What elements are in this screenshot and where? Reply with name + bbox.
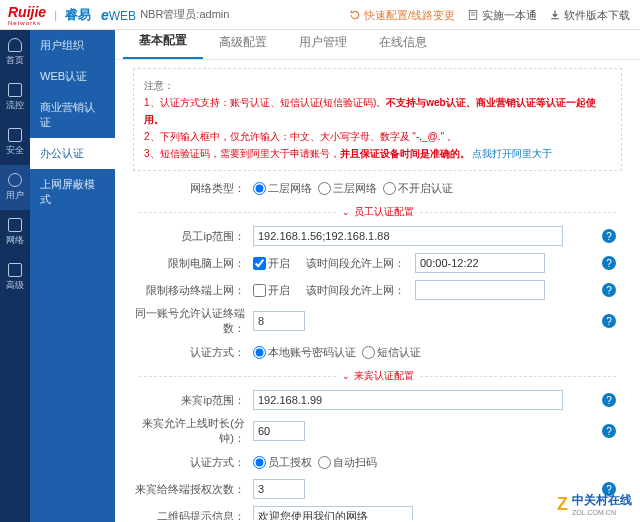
limit-mobile-enable[interactable]: 开启: [253, 283, 290, 298]
rail-advanced[interactable]: 高级: [0, 255, 30, 300]
sidebar-item-marketing-auth[interactable]: 商业营销认证: [30, 92, 115, 138]
row-limit-pc: 限制电脑上网： 开启 该时间段允许上网： ?: [133, 252, 622, 274]
sidebar-item-block-mode[interactable]: 上网屏蔽模式: [30, 169, 115, 215]
help-icon[interactable]: ?: [602, 229, 616, 243]
divider-staff: ⌄员工认证配置: [133, 205, 622, 219]
tab-advanced[interactable]: 高级配置: [203, 30, 283, 59]
net-type-l2[interactable]: 二层网络: [253, 181, 312, 196]
net-type-l3[interactable]: 三层网络: [318, 181, 377, 196]
brand-networks: Networks: [8, 20, 46, 26]
qr-tip-input[interactable]: [253, 506, 413, 520]
guest-ip-input[interactable]: [253, 390, 563, 410]
user-icon: [8, 173, 22, 187]
mobile-time-input[interactable]: [415, 280, 545, 300]
row-guest-times: 来宾给终端授权次数： ?: [133, 478, 622, 500]
row-staff-ip: 员工ip范围： ?: [133, 225, 622, 247]
guest-auth-qr-radio[interactable]: [318, 456, 331, 469]
book-link[interactable]: 实施一本通: [467, 8, 537, 23]
ali-link[interactable]: 点我打开阿里大于: [472, 148, 552, 159]
pc-time-label: 该时间段允许上网：: [306, 256, 405, 271]
pc-time-input[interactable]: [415, 253, 545, 273]
net-type-off-radio[interactable]: [383, 182, 396, 195]
divider-guest: ⌄来宾认证配置: [133, 369, 622, 383]
notice-line2: 2、下列输入框中，仅允许输入：中文、大小写字母、数字及 "-,_@." 。: [144, 128, 611, 145]
limit-mobile-label: 限制移动终端上网：: [133, 283, 253, 298]
limit-pc-label: 限制电脑上网：: [133, 256, 253, 271]
auth-local[interactable]: 本地账号密码认证: [253, 345, 356, 360]
rail-security[interactable]: 安全: [0, 120, 30, 165]
row-same-account: 同一账号允许认证终端数： ?: [133, 306, 622, 336]
help-icon[interactable]: ?: [602, 314, 616, 328]
guest-auth-label: 认证方式：: [133, 455, 253, 470]
sidebar-item-web-auth[interactable]: WEB认证: [30, 61, 115, 92]
staff-ip-input[interactable]: [253, 226, 563, 246]
row-guest-auth: 认证方式： 员工授权 自动扫码: [133, 451, 622, 473]
net-type-l2-radio[interactable]: [253, 182, 266, 195]
net-type-label: 网络类型：: [133, 181, 253, 196]
tab-online[interactable]: 在线信息: [363, 30, 443, 59]
help-icon[interactable]: ?: [602, 424, 616, 438]
download-link[interactable]: 软件版本下载: [549, 8, 630, 23]
main-layout: 首页 流控 安全 用户 网络 高级 用户组织 WEB认证 商业营销认证 办公认证…: [0, 30, 640, 522]
guest-online-input[interactable]: [253, 421, 305, 441]
notice-line1: 1、认证方式支持：账号认证、短信认证(短信验证码)。不支持与web认证、商业营销…: [144, 94, 611, 128]
auth-sms-radio[interactable]: [362, 346, 375, 359]
flow-icon: [8, 83, 22, 97]
row-net-type: 网络类型： 二层网络 三层网络 不开启认证: [133, 177, 622, 199]
staff-ip-label: 员工ip范围：: [133, 229, 253, 244]
content-area: 基本配置 高级配置 用户管理 在线信息 注意： 1、认证方式支持：账号认证、短信…: [115, 30, 640, 522]
brand-en: Ruijie: [8, 4, 46, 20]
same-account-input[interactable]: [253, 311, 305, 331]
qr-tip-label: 二维码提示信息：: [133, 509, 253, 521]
chevron-down-icon: ⌄: [342, 371, 350, 381]
guest-ip-label: 来宾ip范围：: [133, 393, 253, 408]
net-type-off[interactable]: 不开启认证: [383, 181, 453, 196]
home-icon: [8, 38, 22, 52]
guest-online-label: 来宾允许上线时长(分钟)：: [133, 416, 253, 446]
guest-auth-qr[interactable]: 自动扫码: [318, 455, 377, 470]
help-icon[interactable]: ?: [602, 393, 616, 407]
notice-line3: 3、短信验证码，需要到阿里大于申请账号，并且保证设备时间是准确的。 点我打开阿里…: [144, 145, 611, 162]
eweb-label: eWEB: [101, 7, 136, 23]
limit-pc-enable[interactable]: 开启: [253, 256, 290, 271]
brand-separator: |: [54, 9, 57, 21]
row-auth-mode: 认证方式： 本地账号密码认证 短信认证: [133, 341, 622, 363]
rail-flow[interactable]: 流控: [0, 75, 30, 120]
chevron-down-icon: ⌄: [342, 207, 350, 217]
top-right-links: 快速配置/线路变更 实施一本通 软件版本下载: [349, 0, 630, 30]
guest-times-label: 来宾给终端授权次数：: [133, 482, 253, 497]
auth-sms[interactable]: 短信认证: [362, 345, 421, 360]
auth-local-radio[interactable]: [253, 346, 266, 359]
tabs: 基本配置 高级配置 用户管理 在线信息: [115, 30, 640, 60]
refresh-icon: [349, 9, 361, 21]
config-panel: 注意： 1、认证方式支持：账号认证、短信认证(短信验证码)。不支持与web认证、…: [115, 60, 640, 520]
row-guest-ip: 来宾ip范围： ?: [133, 389, 622, 411]
brand-cn: 睿易: [65, 6, 91, 24]
guest-auth-staff[interactable]: 员工授权: [253, 455, 312, 470]
tab-users[interactable]: 用户管理: [283, 30, 363, 59]
rail-network[interactable]: 网络: [0, 210, 30, 255]
tab-basic[interactable]: 基本配置: [123, 30, 203, 59]
net-type-l3-radio[interactable]: [318, 182, 331, 195]
nav-rail: 首页 流控 安全 用户 网络 高级: [0, 30, 30, 522]
sidebar-item-user-org[interactable]: 用户组织: [30, 30, 115, 61]
notice-box: 注意： 1、认证方式支持：账号认证、短信认证(短信验证码)。不支持与web认证、…: [133, 68, 622, 171]
download-icon: [549, 9, 561, 21]
notice-title: 注意：: [144, 77, 611, 94]
globe-icon: [8, 218, 22, 232]
limit-mobile-checkbox[interactable]: [253, 284, 266, 297]
row-guest-online: 来宾允许上线时长(分钟)： ?: [133, 416, 622, 446]
help-icon[interactable]: ?: [602, 256, 616, 270]
quick-config-link[interactable]: 快速配置/线路变更: [349, 8, 455, 23]
book-icon: [467, 9, 479, 21]
sidebar-item-office-auth[interactable]: 办公认证: [30, 138, 115, 169]
guest-times-input[interactable]: [253, 479, 305, 499]
guest-auth-staff-radio[interactable]: [253, 456, 266, 469]
help-icon[interactable]: ?: [602, 482, 616, 496]
rail-home[interactable]: 首页: [0, 30, 30, 75]
topbar: Ruijie Networks | 睿易 eWEB NBR管理员:admin 快…: [0, 0, 640, 30]
row-qr-tip: 二维码提示信息：: [133, 505, 622, 520]
rail-user[interactable]: 用户: [0, 165, 30, 210]
limit-pc-checkbox[interactable]: [253, 257, 266, 270]
help-icon[interactable]: ?: [602, 283, 616, 297]
